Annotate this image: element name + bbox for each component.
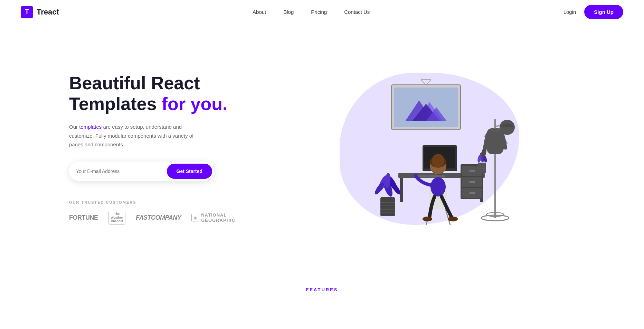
logo-name: Treact (37, 8, 59, 17)
logo-fastcompany: FΛSTCOMPANY (136, 214, 181, 221)
trusted-customers: OUR TRUSTED CUSTOMERS FORTUNE TheWeather… (69, 200, 235, 225)
svg-rect-34 (478, 163, 486, 173)
hero-title: Beautiful React Templates for you. (69, 73, 235, 115)
email-input[interactable] (76, 168, 167, 174)
features-label: FEATURES (0, 287, 644, 292)
nav-links: About Blog Pricing Contact Us (253, 9, 370, 15)
get-started-button[interactable]: Get Started (167, 164, 212, 179)
trusted-label: OUR TRUSTED CUSTOMERS (69, 200, 235, 204)
email-form: Get Started (69, 162, 214, 181)
logo-national-geographic: ▣ NATIONALGEOGRAPHIC (191, 212, 235, 223)
svg-point-25 (423, 217, 432, 221)
signup-button[interactable]: Sign Up (584, 5, 623, 19)
svg-point-24 (432, 154, 444, 168)
navbar: T Treact About Blog Pricing Contact Us L… (0, 0, 644, 24)
hero-content: Beautiful React Templates for you. Our t… (69, 73, 235, 225)
nav-blog[interactable]: Blog (283, 9, 294, 15)
logo-link[interactable]: T Treact (21, 6, 59, 18)
trusted-logos-row: FORTUNE TheWeatherChannel FΛSTCOMPANY ▣ … (69, 211, 235, 225)
nav-pricing[interactable]: Pricing (311, 9, 327, 15)
hero-illustration (235, 59, 623, 239)
logo-fortune: FORTUNE (69, 214, 98, 221)
svg-rect-31 (469, 170, 475, 172)
logo-weather-channel: TheWeatherChannel (108, 211, 126, 225)
svg-rect-32 (469, 181, 475, 183)
svg-rect-16 (417, 175, 445, 177)
svg-point-21 (430, 177, 446, 197)
login-link[interactable]: Login (564, 9, 576, 15)
hero-section: Beautiful React Templates for you. Our t… (0, 24, 644, 266)
svg-rect-33 (469, 192, 475, 194)
svg-rect-40 (380, 197, 395, 216)
logo-icon: T (21, 6, 33, 18)
hero-svg (329, 66, 530, 232)
svg-rect-10 (400, 178, 403, 202)
nav-contact[interactable]: Contact Us (344, 9, 370, 15)
hero-title-accent: for you. (162, 94, 228, 114)
svg-point-26 (448, 217, 458, 221)
svg-line-6 (421, 80, 426, 85)
features-section: FEATURES (0, 266, 644, 299)
hero-subtitle: Our templates are easy to setup, underst… (69, 122, 207, 149)
nav-about[interactable]: About (253, 9, 266, 15)
nav-right: Login Sign Up (564, 5, 623, 19)
svg-line-7 (426, 80, 431, 85)
svg-point-49 (373, 182, 385, 196)
